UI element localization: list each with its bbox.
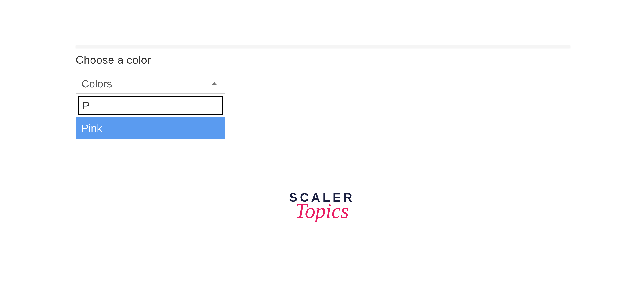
option-pink[interactable]: Pink: [76, 117, 225, 139]
select-header[interactable]: Colors: [76, 74, 225, 94]
select-dropdown: Pink: [76, 94, 225, 139]
logo-topics-text: Topics: [289, 202, 355, 220]
select-search-input[interactable]: [78, 96, 223, 115]
demo-panel: Choose a color Colors Pink: [76, 46, 570, 139]
search-wrapper: [76, 94, 225, 117]
top-divider: [76, 46, 570, 48]
caret-up-icon: [211, 82, 218, 85]
color-select: Colors Pink: [76, 74, 225, 139]
brand-logo: SCALER Topics: [289, 191, 355, 220]
field-label: Choose a color: [76, 54, 570, 66]
select-placeholder: Colors: [82, 78, 112, 90]
